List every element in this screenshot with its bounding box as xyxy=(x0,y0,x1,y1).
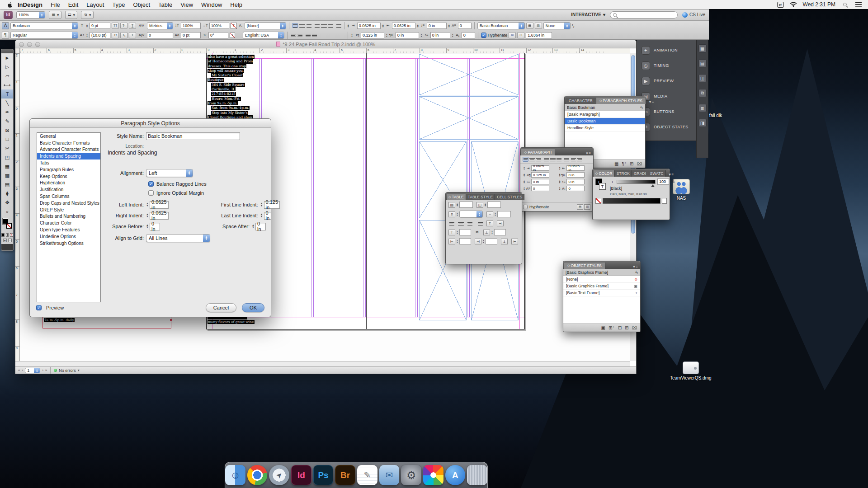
inset-top-field[interactable] xyxy=(459,229,471,235)
photos-dock-icon[interactable] xyxy=(423,465,443,485)
leading-field[interactable]: (10.8 pt) xyxy=(90,32,110,38)
notification-center-icon[interactable] xyxy=(854,1,863,8)
style-list-item[interactable]: [Basic Paragraph] xyxy=(565,111,645,118)
first-page-button[interactable]: « xyxy=(18,368,20,372)
panel-menu-icon[interactable] xyxy=(583,151,593,155)
fill-stroke-proxy[interactable]: T T xyxy=(595,178,607,192)
kerning-select[interactable]: Metrics xyxy=(147,22,173,29)
right-indent-field[interactable]: 0.0625 in xyxy=(566,165,585,171)
photoshop-dock-icon[interactable]: Ps xyxy=(313,465,334,485)
align-to-grid-button[interactable] xyxy=(584,204,590,210)
justify-cells-button[interactable] xyxy=(477,221,483,226)
font-style-select[interactable]: Regular xyxy=(10,32,78,39)
table-columns-field[interactable] xyxy=(487,202,501,208)
cs-live-button[interactable]: CS Live xyxy=(682,12,705,18)
object-states-panel-button[interactable]: ⧉ OBJECT STATES xyxy=(639,119,694,135)
first-line-indent-stepper[interactable] xyxy=(260,202,263,207)
quick-apply-icon[interactable]: ϟ xyxy=(572,23,575,28)
pasteboard-text-frame[interactable]: 7a.m.-5p.m. daily xyxy=(42,317,171,328)
hand-tool[interactable]: ✥ xyxy=(1,198,13,207)
dmg-file-icon[interactable]: TeamViewerQS.dmg xyxy=(670,361,712,381)
menu-window[interactable]: Window xyxy=(197,1,226,8)
language-select[interactable]: English: USA xyxy=(243,32,284,39)
baseline-grid-on-button[interactable] xyxy=(535,23,542,29)
selected-text-line[interactable]: 364 S. Side Square xyxy=(211,83,245,87)
ok-button[interactable]: OK xyxy=(242,303,264,312)
zoom-window-icon[interactable] xyxy=(35,42,40,47)
selected-text-line[interactable]: shop will amaze you. xyxy=(208,69,244,73)
mini-bridge-panel-icon[interactable]: ▦ xyxy=(698,44,707,52)
menu-type[interactable]: Type xyxy=(108,1,129,8)
text-rotation-270-icon[interactable]: T xyxy=(511,239,518,244)
clear-overrides-icon[interactable]: ⊡ xyxy=(618,325,622,330)
selected-text-line[interactable]: Step into My Sister's xyxy=(211,111,248,115)
tab-paragraph-styles[interactable]: PARAGRAPH STYLES xyxy=(596,98,646,104)
baseline-shift-field[interactable]: 0 pt xyxy=(181,32,201,38)
align-bottom-button[interactable] xyxy=(467,221,473,226)
dialog-category-item[interactable]: Keep Options xyxy=(37,173,100,180)
justify-last-center-button[interactable] xyxy=(550,157,556,162)
menu-file[interactable]: File xyxy=(47,1,64,8)
stroke-panel-icon[interactable]: ≣ xyxy=(698,104,707,112)
menu-object[interactable]: Object xyxy=(129,1,155,8)
menu-edit[interactable]: Edit xyxy=(64,1,82,8)
apply-none-button[interactable] xyxy=(10,233,13,237)
last-line-indent-field[interactable]: 0 in xyxy=(396,32,419,38)
justify-all-button[interactable] xyxy=(563,157,569,162)
last-line-indent-field[interactable]: 0 in xyxy=(264,212,272,220)
dialog-category-item[interactable]: Paragraph Rules xyxy=(37,166,100,173)
paragraph-formatting-mode-button[interactable]: ¶ xyxy=(2,32,9,39)
justify-last-right-button[interactable] xyxy=(557,157,562,162)
all-caps-button[interactable] xyxy=(112,23,119,29)
dialog-category-item[interactable]: GREP Style xyxy=(37,206,100,213)
dialog-category-item[interactable]: Justification xyxy=(37,186,100,193)
delete-style-icon[interactable]: ⌧ xyxy=(637,161,642,166)
apply-gradient-button[interactable] xyxy=(6,233,9,237)
object-style-select[interactable]: None xyxy=(543,22,571,29)
justify-last-center-button[interactable] xyxy=(321,23,327,28)
character-style-select[interactable]: [None] xyxy=(245,22,286,29)
search-input[interactable] xyxy=(610,11,678,19)
leading-stepper[interactable] xyxy=(86,33,88,37)
dialog-category-item[interactable]: Basic Character Formats xyxy=(37,140,100,146)
free-transform-tool[interactable]: ◰ xyxy=(1,153,13,162)
spotlight-icon[interactable] xyxy=(841,1,849,8)
panel-tab[interactable]: OBJECT STYLES xyxy=(564,263,605,269)
menu-layout[interactable]: Layout xyxy=(82,1,108,8)
previous-page-button[interactable]: ‹ xyxy=(22,368,23,372)
align-left-button[interactable] xyxy=(292,23,298,28)
justify-last-left-button[interactable] xyxy=(543,157,549,162)
indesign-dock-icon[interactable]: Id xyxy=(291,465,311,485)
row-height-select[interactable] xyxy=(459,211,483,218)
last-page-button[interactable]: » xyxy=(45,368,47,372)
text-rotation-180-icon[interactable]: T xyxy=(501,239,508,244)
space-before-field[interactable]: 0 in xyxy=(427,23,447,29)
dialog-category-item[interactable]: Strikethrough Options xyxy=(37,240,100,247)
dialog-category-item[interactable]: Indents and Spacing xyxy=(37,153,100,160)
animation-panel-button[interactable]: ✦ ANIMATION xyxy=(639,42,694,58)
tint-slider[interactable] xyxy=(617,180,656,184)
trash-dock-icon[interactable] xyxy=(467,465,487,485)
grid-rows-button[interactable] xyxy=(517,32,524,38)
bridge-dock-icon[interactable]: Br xyxy=(335,465,355,485)
selected-text-line[interactable]: My Sister's Closet xyxy=(211,73,243,77)
style-name-field[interactable]: Basic Bookman xyxy=(146,132,240,140)
selected-text-line[interactable]: 7a.m.-5p.m. daily xyxy=(44,318,75,322)
selected-text-line[interactable]: 217-854-8215 xyxy=(211,92,236,96)
paragraph-style-select[interactable]: Basic Bookman xyxy=(477,22,525,29)
arrange-documents-button[interactable]: ▾ xyxy=(81,11,94,19)
graphic-placeholder-frame[interactable] xyxy=(419,96,519,140)
align-center-button[interactable] xyxy=(529,157,535,162)
tab-swatches[interactable]: SWATC xyxy=(648,170,666,177)
subscript-button[interactable] xyxy=(120,32,127,38)
align-right-button[interactable] xyxy=(307,23,312,28)
align-to-grid-select[interactable]: All Lines xyxy=(146,234,210,242)
align-center-button[interactable] xyxy=(299,23,305,28)
teamviewer-menubar-icon[interactable]: ⇄ xyxy=(777,2,784,8)
justify-last-right-button[interactable] xyxy=(328,23,334,28)
dialog-category-item[interactable]: Character Color xyxy=(37,220,100,226)
minimize-window-icon[interactable] xyxy=(27,42,32,47)
first-line-indent-field[interactable]: 0.125 in xyxy=(264,201,280,209)
clear-overrides-icon[interactable]: ¶⁺ xyxy=(622,161,627,166)
stroke-swatch[interactable] xyxy=(6,223,12,229)
